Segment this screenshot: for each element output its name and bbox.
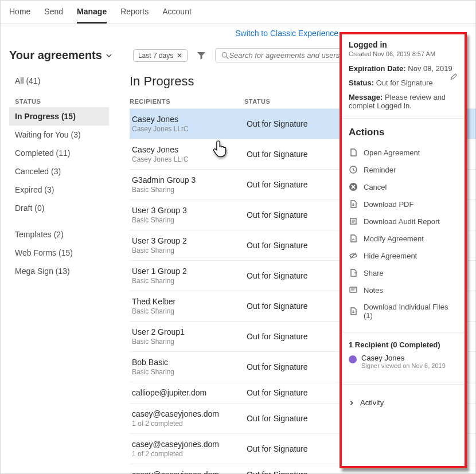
action-open-agreement[interactable]: Open Agreement — [349, 144, 458, 161]
details-panel: Logged in Created Nov 06, 2019 8:57 AM E… — [340, 32, 467, 468]
top-nav: Home Send Manage Reports Account — [0, 0, 476, 24]
page-title-dropdown[interactable]: Your agreements — [9, 49, 112, 62]
row-sub: Casey Jones LLrC — [132, 155, 247, 163]
action-label: Reminder — [364, 166, 396, 174]
sidebar-templates[interactable]: Templates (2) — [9, 225, 109, 244]
action-share[interactable]: Share — [349, 264, 458, 281]
status-label: Status: — [349, 79, 374, 87]
download-icon — [349, 199, 358, 209]
action-label: Notes — [364, 286, 383, 295]
row-name: calliope@jupiter.dom — [132, 388, 247, 397]
sidebar-status-completed[interactable]: Completed (11) — [9, 144, 109, 162]
row-status: Out for Signature — [247, 470, 308, 474]
avatar — [349, 355, 357, 363]
row-sub: Basic Sharing — [132, 307, 247, 315]
sidebar-all[interactable]: All (41) — [9, 72, 109, 90]
row-status: Out for Signature — [247, 444, 308, 453]
search-input[interactable] — [229, 51, 346, 60]
sidebar-status-draft[interactable]: Draft (0) — [9, 199, 109, 217]
activity-toggle[interactable]: Activity — [349, 393, 458, 407]
action-label: Cancel — [364, 183, 387, 191]
download-files-icon — [349, 307, 358, 316]
row-name: User 3 Group 2 — [132, 236, 247, 245]
action-modify-agreement[interactable]: Modify Agreement — [349, 230, 458, 247]
row-name: Casey Jones — [132, 115, 247, 124]
row-status: Out for Signature — [247, 150, 308, 159]
row-sub: 1 of 2 completed — [132, 420, 247, 428]
action-label: Share — [364, 269, 384, 277]
recipient-name: Casey Jones — [361, 354, 446, 362]
row-status: Out for Signature — [247, 332, 308, 341]
pencil-icon — [450, 73, 458, 80]
row-sub: 1 of 2 completed — [132, 450, 247, 458]
sidebar: All (41) STATUS In Progress (15) Waiting… — [0, 68, 109, 474]
action-download-individual-files-1-[interactable]: Download Individual Files (1) — [349, 299, 458, 324]
action-label: Hide Agreement — [364, 252, 417, 260]
sidebar-status-expired[interactable]: Expired (3) — [9, 181, 109, 199]
row-sub: Casey Jones LLrC — [132, 125, 247, 133]
nav-home[interactable]: Home — [9, 7, 30, 23]
edit-expiration-button[interactable] — [450, 73, 458, 82]
nav-manage[interactable]: Manage — [77, 7, 107, 23]
message-label: Message: — [349, 93, 383, 101]
col-status[interactable]: STATUS — [244, 98, 270, 105]
action-label: Download Individual Files (1) — [364, 303, 458, 320]
row-status: Out for Signature — [247, 271, 308, 280]
action-label: Modify Agreement — [364, 234, 424, 243]
search-icon — [221, 52, 229, 60]
filter-pill[interactable]: Last 7 days ✕ — [133, 49, 188, 62]
svg-point-0 — [223, 52, 227, 57]
row-status: Out for Signature — [247, 119, 308, 128]
row-sub: Basic Sharing — [132, 216, 247, 224]
action-hide-agreement[interactable]: Hide Agreement — [349, 247, 458, 264]
svg-line-1 — [227, 57, 229, 59]
status-value: Out for Signature — [376, 79, 433, 87]
row-name: G3admin Group 3 — [132, 175, 247, 185]
created-date: Created Nov 06, 2019 8:57 AM — [349, 50, 458, 57]
row-status: Out for Signature — [247, 362, 308, 371]
nav-send[interactable]: Send — [44, 7, 63, 23]
notes-icon — [349, 285, 358, 295]
sidebar-status-waiting[interactable]: Waiting for You (3) — [9, 126, 109, 144]
expiration-label: Expiration Date: — [349, 64, 406, 73]
recipient-row[interactable]: Casey Jones Signer viewed on Nov 6, 2019 — [349, 349, 458, 376]
sidebar-status-label: STATUS — [9, 90, 109, 107]
hide-icon — [349, 251, 358, 260]
row-name: Thed Kelber — [132, 297, 247, 306]
nav-account[interactable]: Account — [162, 7, 192, 23]
report-icon — [349, 217, 358, 226]
sidebar-status-canceled[interactable]: Canceled (3) — [9, 162, 109, 181]
action-reminder[interactable]: Reminder — [349, 161, 458, 178]
recipients-heading: 1 Recipient (0 Completed) — [349, 340, 458, 349]
sidebar-web-forms[interactable]: Web Forms (15) — [9, 244, 109, 262]
row-sub: Basic Sharing — [132, 368, 247, 376]
action-label: Open Agreement — [364, 148, 420, 157]
recipient-status: Signer viewed on Nov 6, 2019 — [361, 362, 446, 369]
row-name: Bob Basic — [132, 358, 247, 367]
row-sub: Basic Sharing — [132, 246, 247, 254]
action-cancel[interactable]: Cancel — [349, 178, 458, 195]
switch-classic-link[interactable]: Switch to Classic Experience — [235, 29, 338, 38]
action-notes[interactable]: Notes — [349, 281, 458, 299]
close-icon[interactable]: ✕ — [177, 52, 182, 60]
row-status: Out for Signature — [247, 241, 308, 250]
row-name: casey@caseyjones.dom — [132, 470, 247, 474]
row-status: Out for Signature — [247, 210, 308, 220]
row-status: Out for Signature — [247, 180, 308, 189]
chevron-right-icon — [349, 400, 354, 406]
clock-icon — [349, 165, 358, 174]
filter-pill-label: Last 7 days — [138, 52, 173, 60]
share-icon — [349, 268, 358, 277]
search-box[interactable] — [215, 48, 353, 62]
modify-icon — [349, 234, 358, 243]
col-recipients[interactable]: RECIPIENTS — [130, 98, 244, 105]
sidebar-status-in-progress[interactable]: In Progress (15) — [9, 107, 109, 126]
action-download-audit-report[interactable]: Download Audit Report — [349, 213, 458, 230]
sidebar-mega-sign[interactable]: Mega Sign (13) — [9, 262, 109, 280]
nav-reports[interactable]: Reports — [120, 7, 149, 23]
row-name: User 2 Group1 — [132, 327, 247, 336]
action-download-pdf[interactable]: Download PDF — [349, 195, 458, 213]
filter-icon[interactable] — [197, 51, 206, 60]
row-name: casey@caseyjones.dom — [132, 440, 247, 449]
actions-heading: Actions — [349, 127, 458, 138]
